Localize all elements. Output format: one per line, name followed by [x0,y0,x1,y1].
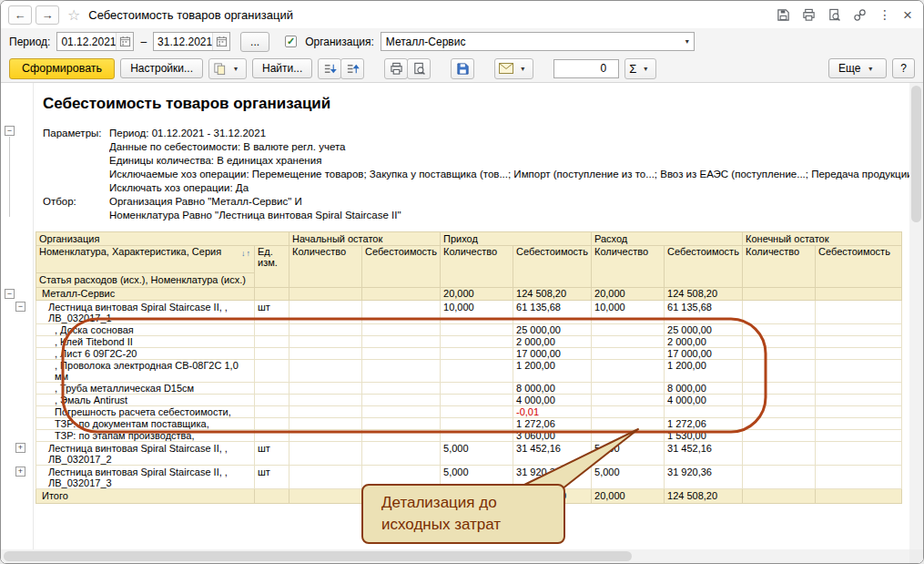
table-row-detail[interactable]: ТЗР: по этапам производства,3 060,001 53… [36,430,902,442]
table-row-item[interactable]: Лестница винтовая Spiral Staircase II, ,… [36,301,902,324]
cell-value[interactable]: 61 135,68 [513,301,592,324]
cell-value[interactable] [743,395,816,406]
cell-value[interactable] [592,336,665,348]
cell-name[interactable]: ТЗР: по этапам производства, [36,430,255,442]
cell-value[interactable] [743,336,816,348]
cell-value[interactable] [743,466,816,489]
cell-value[interactable]: 20,000 [592,288,665,301]
cell-value[interactable] [816,324,902,336]
table-row-item[interactable]: Лестница винтовая Spiral Staircase II, ,… [36,442,902,466]
cell-value[interactable]: 4 000,00 [665,395,743,406]
link-icon[interactable] [853,8,867,22]
cell-unit[interactable] [255,489,289,504]
cell-value[interactable]: 4 000,00 [513,395,592,406]
cell-unit[interactable] [255,418,289,430]
cell-value[interactable]: -0,01 [513,406,592,418]
cell-value[interactable]: 5,000 [592,466,665,489]
cell-value[interactable]: 20,000 [441,288,513,301]
save-icon[interactable] [777,8,790,22]
cell-value[interactable] [289,288,362,301]
cell-value[interactable] [441,324,513,336]
table-row-detail[interactable]: Погрешность расчета себестоимости,-0,01 [36,406,902,418]
cell-value[interactable]: 1 272,06 [513,418,592,430]
cell-value[interactable] [441,360,513,383]
cell-name[interactable]: Лестница винтовая Spiral Staircase II, ,… [36,301,255,324]
cell-value[interactable] [362,418,441,430]
cell-value[interactable] [743,288,816,301]
cell-unit[interactable] [255,324,289,336]
cell-name[interactable]: Итого [36,489,255,504]
cell-value[interactable] [743,430,816,442]
cell-value[interactable] [816,442,902,466]
cell-unit[interactable] [255,336,289,348]
save-report-button[interactable] [451,58,474,79]
cell-value[interactable] [816,430,902,442]
horizontal-scrollbar[interactable] [1,549,909,563]
cell-value[interactable] [289,430,362,442]
cell-value[interactable] [743,489,816,504]
cell-unit[interactable]: шт [255,466,289,489]
cell-value[interactable] [441,336,513,348]
chevron-down-icon[interactable]: ▾ [681,37,694,46]
forward-button[interactable]: → [36,5,59,25]
cell-name[interactable]: Погрешность расчета себестоимости, [36,406,255,418]
cell-value[interactable]: 25 000,00 [513,324,592,336]
cell-unit[interactable] [255,288,289,301]
cell-value[interactable]: 61 135,68 [665,301,743,324]
print-preview-button[interactable] [407,58,431,79]
cell-value[interactable]: 5,000 [441,442,513,466]
cell-value[interactable] [816,301,902,324]
cell-name[interactable]: , Труба металлическая D15см [36,383,255,395]
cell-value[interactable] [816,395,902,406]
cell-value[interactable] [362,406,441,418]
cell-value[interactable] [665,406,743,418]
sort-icons[interactable]: ↓↑ [241,248,251,259]
cell-value[interactable] [441,406,513,418]
cell-value[interactable]: 10,000 [441,301,513,324]
cell-unit[interactable] [255,395,289,406]
vertical-scrollbar-thumb[interactable] [911,86,921,222]
horizontal-scrollbar-thumb[interactable] [4,551,632,561]
settings-button[interactable]: Настройки... [120,58,203,78]
cell-value[interactable] [592,395,665,406]
cell-value[interactable] [289,324,362,336]
cell-value[interactable] [362,324,441,336]
cell-value[interactable] [743,406,816,418]
cell-name[interactable]: , Эмаль Antirust [36,395,255,406]
autosum-field[interactable] [553,59,619,78]
cell-name[interactable]: , Проволока электродная СВ-08Г2С 1,0 мм [36,360,255,383]
cell-value[interactable] [743,383,816,395]
cell-value[interactable] [289,395,362,406]
report-variants-button[interactable]: ▾ [208,58,247,79]
cell-value[interactable]: 2 000,00 [665,336,743,348]
cell-value[interactable] [743,418,816,430]
cell-value[interactable] [816,466,902,489]
cell-value[interactable]: 1 200,00 [665,360,743,383]
cell-value[interactable]: 124 508,20 [513,288,592,301]
cell-value[interactable] [289,383,362,395]
period-from-input[interactable] [57,36,116,48]
cell-value[interactable] [441,348,513,360]
cell-value[interactable] [816,406,902,418]
cell-value[interactable] [362,336,441,348]
send-email-button[interactable]: ▾ [494,58,533,79]
cell-value[interactable] [289,418,362,430]
preview-icon[interactable] [828,8,841,22]
cell-value[interactable] [289,301,362,324]
cell-value[interactable] [743,348,816,360]
cell-value[interactable] [362,288,441,301]
generate-button[interactable]: Сформировать [9,58,115,79]
collapse-group-button[interactable]: − [15,302,25,312]
cell-value[interactable]: 25 000,00 [665,324,743,336]
favorite-star-icon[interactable]: ☆ [67,6,80,24]
cell-value[interactable] [816,288,902,301]
organization-combobox[interactable]: Металл-Сервис ▾ [381,32,695,51]
cell-value[interactable] [441,395,513,406]
cell-value[interactable] [289,336,362,348]
calendar-icon[interactable] [212,33,229,50]
expand-groups-button[interactable] [318,58,341,79]
sum-button[interactable]: Σ ▾ [624,58,656,79]
kebab-menu-icon[interactable]: ⋮ [878,7,891,22]
table-row-group[interactable]: Металл-Сервис20,000124 508,2020,000124 5… [36,288,902,301]
cell-unit[interactable] [255,360,289,383]
